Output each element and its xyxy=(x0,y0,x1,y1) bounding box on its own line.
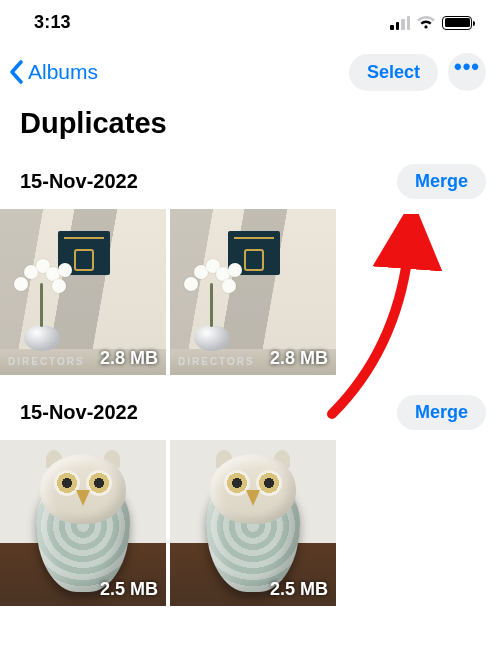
group-header: 15-Nov-2022 Merge xyxy=(0,154,500,209)
back-button[interactable]: Albums xyxy=(8,59,98,85)
thumbnail-row: 2.5 MB 2.5 MB xyxy=(0,440,500,606)
file-size-label: 2.8 MB xyxy=(270,348,328,369)
duplicate-group: 15-Nov-2022 Merge 2.5 MB 2.5 MB xyxy=(0,385,500,616)
nav-actions: Select ••• xyxy=(349,53,486,91)
merge-button[interactable]: Merge xyxy=(397,395,486,430)
caption-text: DIRECTORS xyxy=(178,356,255,367)
status-indicators xyxy=(390,16,472,30)
page-title: Duplicates xyxy=(0,101,500,154)
photo-thumbnail[interactable]: DIRECTORS 2.8 MB xyxy=(0,209,166,375)
group-date: 15-Nov-2022 xyxy=(20,170,138,193)
caption-text: DIRECTORS xyxy=(8,356,85,367)
duplicate-group: 15-Nov-2022 Merge DIRECTORS 2.8 MB DIREC… xyxy=(0,154,500,385)
chevron-left-icon xyxy=(8,59,26,85)
file-size-label: 2.5 MB xyxy=(270,579,328,600)
battery-icon xyxy=(442,16,472,30)
group-header: 15-Nov-2022 Merge xyxy=(0,385,500,440)
back-label: Albums xyxy=(28,60,98,84)
photo-thumbnail[interactable]: 2.5 MB xyxy=(0,440,166,606)
status-time: 3:13 xyxy=(34,12,71,33)
photo-thumbnail[interactable]: 2.5 MB xyxy=(170,440,336,606)
cellular-signal-icon xyxy=(390,16,410,30)
thumbnail-row: DIRECTORS 2.8 MB DIRECTORS 2.8 MB xyxy=(0,209,500,375)
status-bar: 3:13 xyxy=(0,0,500,41)
group-date: 15-Nov-2022 xyxy=(20,401,138,424)
wifi-icon xyxy=(416,16,436,30)
file-size-label: 2.5 MB xyxy=(100,579,158,600)
more-button[interactable]: ••• xyxy=(448,53,486,91)
photo-thumbnail[interactable]: DIRECTORS 2.8 MB xyxy=(170,209,336,375)
file-size-label: 2.8 MB xyxy=(100,348,158,369)
select-button[interactable]: Select xyxy=(349,54,438,91)
merge-button[interactable]: Merge xyxy=(397,164,486,199)
nav-bar: Albums Select ••• xyxy=(0,41,500,101)
